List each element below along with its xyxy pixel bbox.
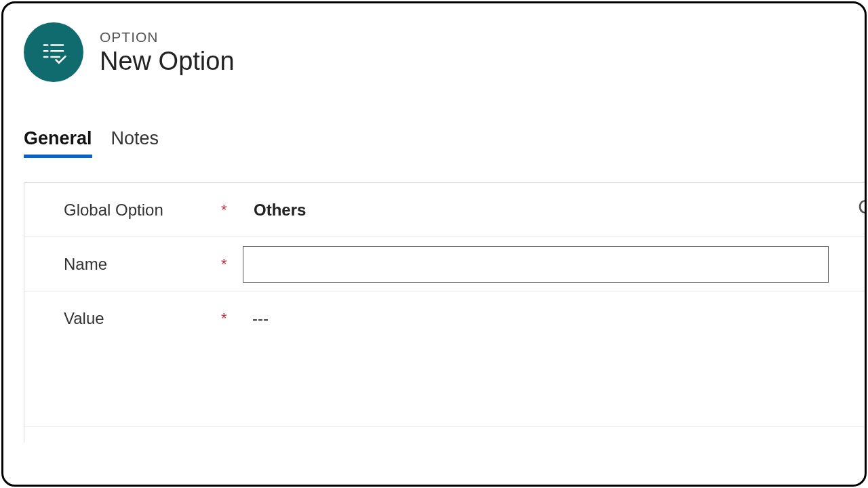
form-panel: Global Option * Others C Name * Value * …	[24, 182, 866, 443]
label-name: Name	[64, 255, 221, 274]
option-list-icon	[39, 38, 68, 66]
tab-bar: General Notes	[24, 128, 159, 158]
page-title: New Option	[100, 47, 235, 76]
form-footer-area	[24, 427, 866, 461]
required-marker: *	[221, 310, 243, 327]
required-marker: *	[221, 256, 243, 273]
header-text: OPTION New Option	[100, 29, 235, 76]
global-option-value: Others	[243, 201, 306, 220]
tab-notes[interactable]: Notes	[111, 128, 159, 158]
row-value: Value * ---	[24, 291, 866, 346]
window-frame: OPTION New Option General Notes Global O…	[1, 1, 867, 487]
value-field[interactable]: ---	[243, 309, 850, 328]
tab-general[interactable]: General	[24, 128, 92, 158]
value-display: ---	[243, 309, 269, 328]
name-input[interactable]	[243, 246, 829, 283]
label-value: Value	[64, 309, 221, 328]
entity-type-label: OPTION	[100, 29, 235, 45]
required-marker: *	[221, 201, 243, 219]
form-spacer	[24, 346, 866, 427]
global-option-lookup[interactable]: Others	[243, 201, 850, 220]
entity-icon-circle	[24, 22, 83, 82]
page-header: OPTION New Option	[24, 22, 235, 82]
label-global-option: Global Option	[64, 201, 221, 220]
search-icon[interactable]: C	[858, 195, 867, 218]
row-name: Name *	[24, 237, 866, 291]
row-global-option: Global Option * Others C	[24, 183, 866, 237]
